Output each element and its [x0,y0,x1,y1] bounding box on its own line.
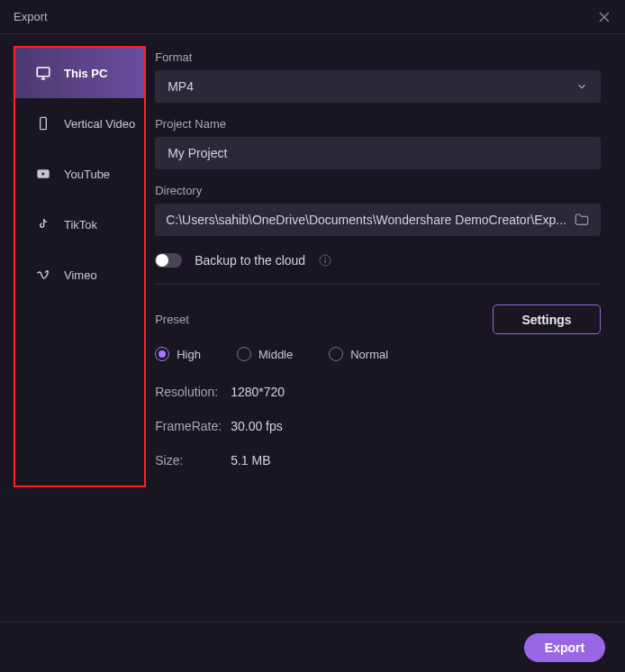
spec-value: 5.1 MB [231,453,270,468]
spec-value: 30.00 fps [231,419,283,433]
radio-label: Middle [258,348,293,361]
sidebar-item-label: Vertical Video [64,117,135,131]
radio-circle-icon [237,347,251,361]
section-divider [155,284,601,285]
preset-high-radio[interactable]: High [155,347,201,361]
youtube-icon [35,166,51,182]
close-icon[interactable] [597,10,611,24]
spec-key: Size: [155,453,231,468]
sidebar-item-this-pc[interactable]: This PC [15,48,144,98]
sidebar-item-vimeo[interactable]: Vimeo [15,250,144,300]
sidebar-item-label: TikTok [64,218,97,232]
preset-normal-radio[interactable]: Normal [329,347,388,361]
spec-framerate: FrameRate: 30.00 fps [155,419,601,433]
svg-rect-2 [37,68,50,77]
sidebar-item-youtube[interactable]: YouTube [15,149,144,199]
tiktok-icon [35,216,51,232]
spec-size: Size: 5.1 MB [155,453,601,468]
preset-radio-group: High Middle Normal [155,347,601,361]
radio-circle-icon [329,347,343,361]
window-title: Export [14,10,48,23]
footer-bar: Export [0,622,625,672]
titlebar: Export [0,0,625,34]
export-button[interactable]: Export [524,633,605,662]
spec-value: 1280*720 [231,385,285,399]
folder-icon[interactable] [574,212,590,228]
settings-button[interactable]: Settings [493,304,601,334]
project-name-label: Project Name [155,117,601,131]
sidebar-item-label: YouTube [64,168,110,181]
project-name-input[interactable]: My Project [155,137,601,169]
directory-label: Directory [155,184,601,197]
directory-input-row: C:\Users\sahib\OneDrive\Documents\Wonder… [155,204,601,236]
format-select[interactable]: MP4 [155,70,601,103]
svg-rect-5 [41,117,47,129]
preset-label: Preset [155,313,189,326]
preset-middle-radio[interactable]: Middle [237,347,293,361]
phone-icon [35,115,51,132]
spec-key: FrameRate: [155,419,231,433]
spec-key: Resolution: [155,385,231,399]
spec-resolution: Resolution: 1280*720 [155,385,601,399]
backup-toggle[interactable] [155,253,182,268]
format-label: Format [155,50,601,64]
sidebar-item-label: This PC [64,67,107,80]
export-destination-sidebar: This PC Vertical Video YouTube TikTok Vi [14,46,146,487]
vimeo-icon [35,267,51,283]
monitor-icon [35,65,51,81]
sidebar-item-vertical-video[interactable]: Vertical Video [15,98,144,149]
chevron-down-icon [575,80,588,93]
info-icon[interactable] [318,253,332,268]
radio-label: High [177,348,201,361]
radio-label: Normal [350,348,388,361]
export-settings-panel: Format MP4 Project Name My Project Direc… [155,46,611,487]
directory-input[interactable]: C:\Users\sahib\OneDrive\Documents\Wonder… [166,213,566,227]
format-value: MP4 [168,79,194,94]
sidebar-item-tiktok[interactable]: TikTok [15,199,144,250]
radio-circle-icon [155,347,169,361]
project-name-value: My Project [168,146,227,160]
backup-label: Backup to the cloud [195,253,305,268]
sidebar-item-label: Vimeo [64,268,97,282]
backup-row: Backup to the cloud [155,253,601,268]
